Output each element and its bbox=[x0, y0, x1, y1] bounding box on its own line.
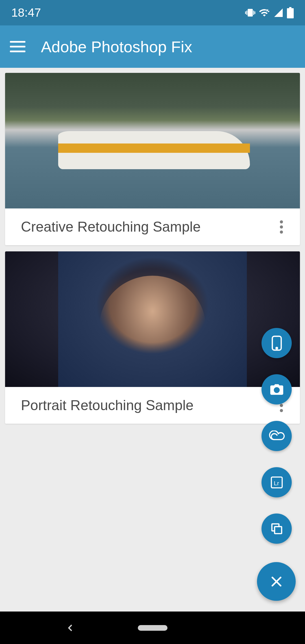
nav-bar bbox=[0, 612, 305, 644]
hamburger-line bbox=[10, 51, 25, 52]
project-title: Portrait Retouching Sample bbox=[21, 397, 193, 414]
camera-icon bbox=[270, 384, 284, 395]
signal-icon bbox=[273, 8, 284, 18]
phone-icon bbox=[271, 335, 283, 351]
back-button[interactable] bbox=[65, 623, 75, 633]
project-list: Creative Retouching Sample Portrait Reto… bbox=[0, 68, 305, 424]
fab-lightroom-button[interactable]: Lr bbox=[262, 467, 292, 497]
project-title: Creative Retouching Sample bbox=[21, 219, 201, 235]
fab-files-button[interactable] bbox=[262, 514, 292, 544]
fab-creative-cloud-button[interactable] bbox=[262, 421, 292, 451]
project-card[interactable]: Creative Retouching Sample bbox=[5, 73, 300, 245]
files-icon bbox=[270, 522, 283, 535]
project-thumbnail[interactable] bbox=[5, 251, 300, 387]
status-icons bbox=[245, 7, 294, 18]
battery-icon bbox=[287, 7, 294, 18]
close-icon bbox=[270, 575, 283, 588]
fab-close-button[interactable] bbox=[257, 562, 296, 601]
creative-cloud-icon bbox=[269, 430, 285, 442]
app-bar: Adobe Photoshop Fix bbox=[0, 25, 305, 68]
svg-point-3 bbox=[275, 388, 278, 392]
svg-rect-7 bbox=[274, 526, 282, 534]
project-card[interactable]: Portrait Retouching Sample bbox=[5, 251, 300, 424]
hamburger-line bbox=[10, 41, 25, 43]
vibrate-icon bbox=[245, 8, 255, 18]
home-pill[interactable] bbox=[138, 625, 167, 631]
svg-text:Lr: Lr bbox=[274, 480, 279, 486]
lightroom-icon: Lr bbox=[270, 476, 283, 489]
fab-phone-button[interactable] bbox=[262, 328, 292, 358]
hamburger-line bbox=[10, 46, 25, 47]
menu-button[interactable] bbox=[10, 41, 25, 52]
project-footer: Creative Retouching Sample bbox=[5, 208, 300, 245]
svg-point-2 bbox=[276, 347, 277, 349]
status-time: 18:47 bbox=[11, 6, 41, 19]
status-bar: 18:47 bbox=[0, 0, 305, 25]
project-footer: Portrait Retouching Sample bbox=[5, 387, 300, 424]
app-title: Adobe Photoshop Fix bbox=[41, 38, 192, 56]
project-thumbnail[interactable] bbox=[5, 73, 300, 208]
fab-camera-button[interactable] bbox=[262, 374, 292, 404]
wifi-icon bbox=[259, 7, 270, 18]
more-options-button[interactable] bbox=[277, 217, 286, 236]
